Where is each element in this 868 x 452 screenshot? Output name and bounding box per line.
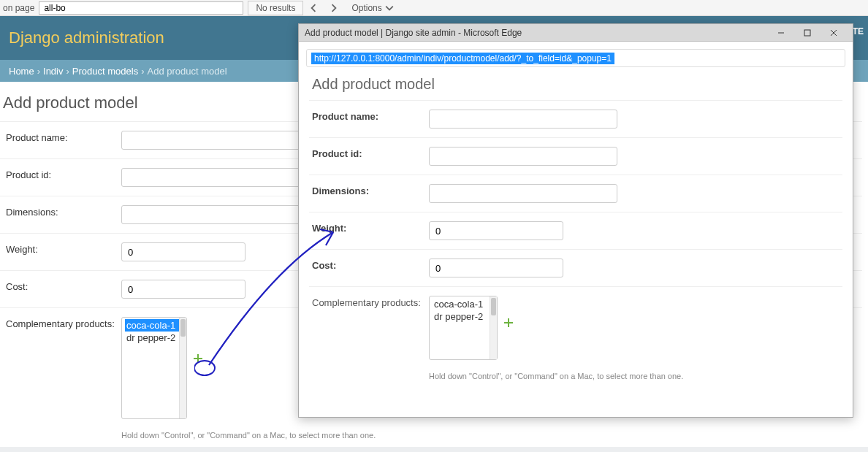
no-results-badge: No results	[248, 1, 303, 15]
popup-label-product-name: Product name:	[312, 110, 429, 122]
close-icon	[830, 29, 837, 37]
popup-input-weight[interactable]	[429, 221, 563, 240]
chevron-right-icon	[330, 4, 338, 12]
plus-icon	[503, 318, 514, 328]
popup-page-title: Add product model	[312, 76, 842, 93]
popup-urlbar[interactable]: http://127.0.0.1:8000/admin/indiv/produc…	[306, 49, 845, 67]
input-product-name[interactable]	[121, 131, 326, 150]
input-dimensions[interactable]	[121, 205, 326, 224]
popup-input-dimensions[interactable]	[429, 184, 617, 203]
plus-icon	[193, 353, 203, 364]
popup-scrollbar[interactable]	[490, 296, 497, 359]
label-cost: Cost:	[6, 280, 121, 292]
popup-input-cost[interactable]	[429, 258, 563, 277]
page-label: on page	[3, 3, 39, 13]
popup-label-complementary: Complementary products:	[312, 296, 429, 308]
popup-field-complementary: Complementary products: coca-cola-1 dr p…	[309, 286, 842, 369]
option-dr-pepper[interactable]: dr pepper-2	[125, 332, 183, 344]
popup-label-dimensions: Dimensions:	[312, 184, 429, 196]
close-button[interactable]	[821, 25, 847, 41]
label-dimensions: Dimensions:	[6, 205, 121, 218]
popup-option-coca-cola[interactable]: coca-cola-1	[433, 298, 494, 310]
popup-field-weight: Weight:	[309, 212, 842, 249]
breadcrumb-indiv[interactable]: Indiv	[43, 66, 63, 77]
scrollbar[interactable]	[179, 318, 186, 418]
help-text: Hold down "Control", or "Command" on a M…	[121, 431, 862, 440]
minimize-icon	[777, 29, 785, 37]
breadcrumb-current: Add product model	[148, 66, 227, 77]
popup-window: Add product model | Django site admin - …	[298, 23, 853, 418]
popup-content: Add product model Product name: Product …	[299, 72, 853, 385]
label-complementary: Complementary products:	[6, 317, 121, 329]
add-related-button[interactable]	[193, 353, 203, 367]
search-input[interactable]	[39, 1, 243, 15]
prev-result-button[interactable]	[305, 1, 322, 15]
breadcrumb-product-models[interactable]: Product models	[72, 66, 138, 77]
site-title: Django administration	[9, 28, 164, 47]
popup-input-product-id[interactable]	[429, 147, 617, 166]
popup-add-related-button[interactable]	[503, 318, 514, 331]
popup-label-product-id: Product id:	[312, 147, 429, 159]
label-weight: Weight:	[6, 242, 121, 255]
maximize-icon	[804, 29, 811, 37]
popup-option-dr-pepper[interactable]: dr pepper-2	[433, 310, 494, 323]
chevron-down-icon	[385, 4, 394, 12]
popup-field-product-id: Product id:	[309, 137, 842, 175]
options-dropdown[interactable]: Options	[351, 3, 393, 13]
popup-help-text: Hold down "Control", or "Command" on a M…	[429, 372, 842, 380]
minimize-button[interactable]	[768, 25, 794, 41]
popup-field-cost: Cost:	[309, 249, 842, 286]
input-cost[interactable]	[121, 280, 245, 299]
popup-field-dimensions: Dimensions:	[309, 175, 842, 212]
label-product-id: Product id:	[6, 168, 121, 180]
input-product-id[interactable]	[121, 168, 326, 187]
popup-url: http://127.0.0.1:8000/admin/indiv/produc…	[311, 53, 614, 64]
devtools-top-bar: on page No results Options	[0, 0, 868, 16]
next-result-button[interactable]	[325, 1, 343, 15]
popup-window-title: Add product model | Django site admin - …	[305, 28, 522, 38]
popup-label-cost: Cost:	[312, 258, 429, 271]
popup-input-product-name[interactable]	[429, 110, 617, 129]
popup-field-product-name: Product name:	[309, 100, 842, 137]
select-complementary[interactable]: coca-cola-1 dr pepper-2	[121, 317, 187, 419]
options-label: Options	[351, 3, 381, 13]
label-product-name: Product name:	[6, 131, 121, 143]
chevron-left-icon	[309, 4, 318, 12]
popup-titlebar[interactable]: Add product model | Django site admin - …	[299, 24, 853, 42]
input-weight[interactable]	[121, 242, 245, 261]
maximize-button[interactable]	[794, 25, 821, 41]
breadcrumb-home[interactable]: Home	[9, 66, 34, 77]
popup-label-weight: Weight:	[312, 221, 429, 234]
option-coca-cola[interactable]: coca-cola-1	[125, 319, 183, 332]
svg-rect-0	[804, 30, 810, 36]
popup-select-complementary[interactable]: coca-cola-1 dr pepper-2	[429, 296, 498, 360]
